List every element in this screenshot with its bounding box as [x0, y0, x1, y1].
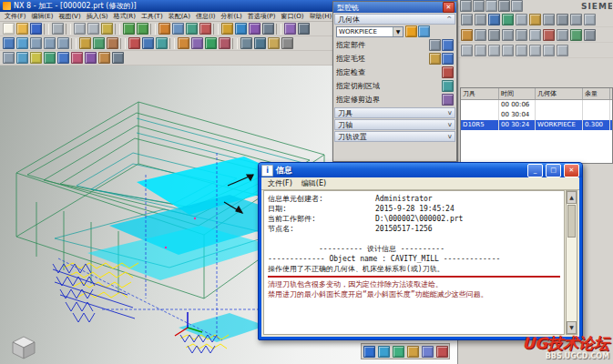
- options-icon[interactable]: [281, 37, 293, 50]
- point-icon[interactable]: [29, 52, 42, 65]
- rotate-icon[interactable]: [56, 37, 69, 50]
- select-trim-icon[interactable]: [442, 94, 454, 106]
- hide-toolpath-icon[interactable]: [474, 13, 486, 25]
- column-header[interactable]: 余量: [583, 88, 610, 99]
- properties-icon[interactable]: [583, 28, 596, 41]
- orient-view-icon[interactable]: [2, 37, 15, 50]
- zlevel-mill-icon[interactable]: [190, 37, 203, 50]
- generate-icon[interactable]: [460, 28, 473, 41]
- dock-expand-icon[interactable]: [485, 0, 497, 12]
- tool-library-icon[interactable]: [240, 37, 252, 50]
- method-view-icon[interactable]: [569, 13, 582, 25]
- postprocess-icon[interactable]: [261, 23, 274, 35]
- menu-item[interactable]: 格式(R): [111, 13, 138, 20]
- navigator-row[interactable]: 00 00:06: [461, 100, 612, 110]
- cut-op-icon[interactable]: [501, 28, 514, 41]
- lock-icon[interactable]: [556, 44, 568, 56]
- section-view-icon[interactable]: [392, 345, 404, 358]
- dock-options-icon[interactable]: [497, 0, 510, 12]
- operation-navigator-table[interactable]: 刀具时间几何体余量00 00:0600 30:04D10R500 30:24WO…: [460, 87, 613, 164]
- delete-op-icon[interactable]: [542, 28, 555, 41]
- menu-item[interactable]: 首选项(P): [245, 13, 279, 20]
- machine-tool-view-icon[interactable]: [542, 13, 555, 25]
- paste-op-icon[interactable]: [528, 28, 541, 41]
- simulate-icon[interactable]: [248, 23, 261, 35]
- close-icon[interactable]: ✕: [564, 164, 579, 177]
- list-icon[interactable]: [515, 13, 527, 25]
- navigator-row[interactable]: D10R500 30:24WORKPIECE0.300: [461, 120, 612, 130]
- fit-view-icon[interactable]: [15, 37, 28, 50]
- tool-axis-section-header[interactable]: 刀轴 v: [334, 119, 455, 130]
- selection-filter-icon[interactable]: [2, 52, 15, 65]
- menu-item[interactable]: 窗口(O): [279, 13, 307, 20]
- measure-icon[interactable]: [283, 23, 296, 35]
- menu-item[interactable]: 编辑(E): [29, 13, 56, 20]
- menu-item[interactable]: 文件(F): [2, 13, 29, 20]
- create-tool-icon[interactable]: [171, 23, 184, 35]
- new-geometry-icon[interactable]: [418, 25, 430, 37]
- select-part-icon[interactable]: [429, 39, 441, 51]
- paste-icon[interactable]: [100, 23, 113, 35]
- expand-all-icon[interactable]: [487, 44, 500, 56]
- endpoint-icon[interactable]: [43, 52, 56, 65]
- copy-icon[interactable]: [87, 23, 99, 35]
- replay-icon[interactable]: [487, 13, 500, 25]
- create-operation-icon[interactable]: [199, 23, 211, 35]
- menu-item[interactable]: 编辑(E): [297, 178, 331, 188]
- collapse-all-icon[interactable]: [501, 44, 514, 56]
- minimize-icon[interactable]: _: [527, 164, 543, 177]
- columns-icon[interactable]: [474, 44, 486, 56]
- select-check-icon[interactable]: [442, 66, 454, 78]
- feeds-speeds-icon[interactable]: [267, 37, 280, 50]
- menu-item[interactable]: 文件(F): [263, 178, 297, 188]
- select-blank-icon[interactable]: [429, 53, 441, 65]
- scroll-down-icon[interactable]: ▼: [567, 321, 577, 334]
- mill-area-icon[interactable]: [155, 37, 168, 50]
- column-header[interactable]: 刀具: [461, 88, 499, 99]
- midpoint-icon[interactable]: [56, 52, 69, 65]
- column-header[interactable]: 几何体: [536, 88, 583, 99]
- menu-item[interactable]: 视图(V): [56, 13, 83, 20]
- export-list-icon[interactable]: [515, 44, 527, 56]
- existing-point-icon[interactable]: [111, 52, 124, 65]
- open-icon[interactable]: [15, 23, 28, 35]
- dock-float-icon[interactable]: [472, 0, 485, 12]
- zoom-icon[interactable]: [29, 37, 42, 50]
- menu-item[interactable]: 信息(I): [193, 13, 219, 20]
- dock-help-icon[interactable]: [510, 0, 523, 12]
- display-blank-icon[interactable]: [442, 53, 454, 65]
- dock-pin-icon[interactable]: [459, 0, 472, 12]
- rename-icon[interactable]: [556, 28, 568, 41]
- verify-toolpath-icon[interactable]: [234, 23, 247, 35]
- geometry-section-header[interactable]: 几何体 ^: [334, 14, 455, 25]
- menu-item[interactable]: 装配(A): [166, 13, 193, 20]
- menu-item[interactable]: 分析(L): [218, 13, 244, 20]
- cut-icon[interactable]: [73, 23, 86, 35]
- close-icon[interactable]: ✕: [443, 2, 455, 13]
- refresh-icon[interactable]: [569, 28, 582, 41]
- scroll-up-icon[interactable]: ▲: [567, 191, 577, 204]
- program-order-icon[interactable]: [528, 13, 541, 25]
- select-cut-area-icon[interactable]: [442, 80, 454, 92]
- snap-point-icon[interactable]: [15, 52, 28, 65]
- wireframe-view-icon[interactable]: [92, 37, 105, 50]
- redo-icon[interactable]: [136, 23, 148, 35]
- undo-icon[interactable]: [122, 23, 135, 35]
- drill-icon[interactable]: [218, 37, 230, 50]
- cavity-mill-icon[interactable]: [177, 37, 189, 50]
- output-icon[interactable]: [474, 28, 486, 41]
- layer-icon[interactable]: [297, 23, 310, 35]
- edit-icon[interactable]: [487, 28, 500, 41]
- intersection-icon[interactable]: [84, 52, 97, 65]
- geometry-view-icon[interactable]: [556, 13, 568, 25]
- menu-item[interactable]: 插入(S): [84, 13, 111, 20]
- sync-icon[interactable]: [542, 44, 555, 56]
- display-mode-icon[interactable]: [421, 345, 434, 358]
- pan-icon[interactable]: [43, 37, 56, 50]
- machine-tool-icon[interactable]: [253, 37, 266, 50]
- view-manip-icon[interactable]: [363, 345, 375, 358]
- create-geometry-icon[interactable]: [185, 23, 198, 35]
- workpiece-icon[interactable]: [141, 37, 154, 50]
- print-list-icon[interactable]: [528, 44, 541, 56]
- generate-toolpath-icon[interactable]: [220, 23, 233, 35]
